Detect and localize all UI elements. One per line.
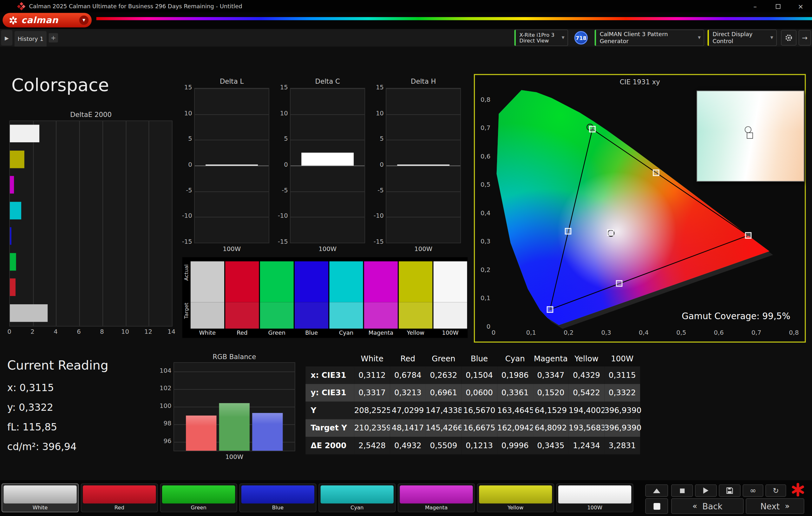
- add-tab-button[interactable]: +: [49, 33, 58, 42]
- chevron-right-icon: »: [785, 502, 789, 511]
- pattern-generator-dropdown[interactable]: CalMAN Client 3 Pattern Generator ▼: [594, 29, 704, 46]
- minimize-button[interactable]: –: [744, 0, 766, 12]
- svg-text:0,7: 0,7: [481, 124, 490, 131]
- table-cell: 0,3322: [604, 384, 640, 402]
- axis-tick-label: 8: [96, 328, 108, 335]
- expand-panel-button[interactable]: ▶: [1, 30, 12, 45]
- swatch-labels: WhiteRedGreenBlueCyanMagentaYellow100W: [191, 330, 467, 336]
- gear-icon: [785, 34, 793, 42]
- forward-arrow-button[interactable]: →: [799, 30, 811, 45]
- pattern-label: Red: [83, 504, 156, 512]
- table-header: Yellow: [569, 351, 605, 366]
- close-button[interactable]: ×: [789, 0, 812, 12]
- gridline: [172, 121, 173, 326]
- table-cell: 0,5509: [426, 437, 462, 455]
- calman-logo-button[interactable]: calman ▼: [3, 13, 92, 28]
- reading-fl: fL: 115,85: [7, 421, 57, 433]
- table-header: Green: [426, 351, 462, 366]
- deltae-bar-red: [10, 278, 16, 296]
- deltae-bar-white: [10, 125, 39, 142]
- back-button[interactable]: « Back: [671, 498, 744, 514]
- gridline: [386, 140, 460, 141]
- pattern-button-red[interactable]: Red: [81, 483, 158, 512]
- pattern-button-blue[interactable]: Blue: [239, 483, 316, 512]
- swatch-100w: [434, 262, 467, 329]
- svg-text:0,2: 0,2: [563, 329, 574, 336]
- window-controls: – ×: [744, 0, 812, 12]
- table-cell: 48,1417: [390, 419, 426, 437]
- gridline: [195, 191, 269, 192]
- pattern-button-100w[interactable]: 100W: [556, 483, 633, 512]
- pattern-button-magenta[interactable]: Magenta: [398, 483, 475, 512]
- logo-menu-chevron-icon[interactable]: ▼: [79, 16, 88, 25]
- row-label: ΔE 2000: [306, 437, 354, 455]
- axis-tick-label: 4: [50, 328, 62, 335]
- deltae-bar-blue: [10, 227, 11, 245]
- target-row-label: Target: [183, 303, 189, 319]
- axis-tick-label: 15: [274, 84, 288, 91]
- table-cell: 210,2359: [354, 419, 390, 437]
- swatch-actual: [399, 262, 432, 302]
- maximize-button[interactable]: [766, 0, 789, 12]
- table-header: 100W: [604, 351, 640, 366]
- meter-dropdown-label: X-Rite i1Pro 3 Direct View: [520, 32, 554, 43]
- gridline: [386, 114, 460, 115]
- table-cell: 64,8092: [533, 419, 569, 437]
- refresh-button[interactable]: ↻: [765, 484, 786, 497]
- rainbow-strip: [96, 17, 812, 20]
- row-label: y: CIE31: [306, 384, 354, 402]
- pattern-generator-label: CalMAN Client 3 Pattern Generator: [600, 31, 695, 44]
- table-cell: 0,6961: [426, 384, 462, 402]
- axis-tick-label: 98: [158, 420, 171, 427]
- swatch-actual: [434, 262, 467, 302]
- gridline: [103, 121, 103, 326]
- swatch-actual: [329, 262, 363, 302]
- pattern-button-yellow[interactable]: Yellow: [477, 483, 554, 512]
- session-asterisk-icon: [791, 483, 805, 496]
- swatch-target: [399, 302, 432, 328]
- svg-text:0: 0: [487, 323, 490, 330]
- axis-tick-label: 0: [274, 161, 288, 168]
- display-control-dropdown[interactable]: Direct Display Control ▼: [707, 29, 777, 46]
- stop-session-button[interactable]: [645, 498, 668, 514]
- axis-tick-label: 10: [274, 110, 288, 117]
- axis-tick-label: -5: [370, 187, 383, 194]
- next-button[interactable]: Next »: [746, 498, 804, 514]
- meter-status-badge[interactable]: 718: [574, 31, 588, 44]
- svg-text:0,7: 0,7: [751, 329, 761, 336]
- axis-tick-label: 12: [142, 328, 154, 335]
- settings-gear-button[interactable]: [781, 30, 796, 45]
- swatch-label: Green: [260, 330, 294, 336]
- app-icon: [18, 3, 25, 10]
- next-label: Next: [760, 501, 780, 511]
- swatch-panel: Actual Target WhiteRedGreenBlueCyanMagen…: [182, 257, 468, 338]
- swatch-cyan: [329, 262, 363, 329]
- pattern-button-white[interactable]: White: [2, 483, 79, 512]
- swatch-label: Cyan: [329, 330, 363, 336]
- meter-dropdown[interactable]: X-Rite i1Pro 3 Direct View ▼: [514, 29, 568, 46]
- table-cell: 0,3213: [390, 384, 426, 402]
- svg-text:0,5: 0,5: [676, 329, 686, 336]
- svg-text:0,4: 0,4: [639, 329, 649, 336]
- tab-history[interactable]: History 1: [14, 31, 47, 47]
- display-control-label: Direct Display Control: [713, 31, 767, 44]
- eject-button[interactable]: [645, 484, 668, 497]
- rgb-balance-title: RGB Balance: [174, 353, 295, 361]
- pattern-button-cyan[interactable]: Cyan: [318, 483, 396, 512]
- save-button[interactable]: [719, 484, 741, 497]
- row-label: Y: [306, 402, 354, 419]
- play-button[interactable]: [695, 484, 717, 497]
- svg-text:0,4: 0,4: [481, 210, 490, 217]
- axis-tick-label: 102: [158, 385, 171, 392]
- gridline: [386, 243, 460, 243]
- logo-row: calman ▼: [0, 12, 812, 29]
- axis-tick-label: -10: [274, 212, 288, 220]
- swatch-actual: [225, 262, 259, 302]
- stop-button[interactable]: [671, 484, 693, 497]
- whitepoint-zoom-inset: [697, 91, 804, 182]
- pattern-button-green[interactable]: Green: [160, 483, 237, 512]
- gridline: [386, 191, 460, 192]
- continuous-mode-button[interactable]: ∞: [743, 484, 763, 497]
- table-cell: 208,2525: [354, 402, 390, 419]
- axis-tick-label: 5: [274, 135, 288, 143]
